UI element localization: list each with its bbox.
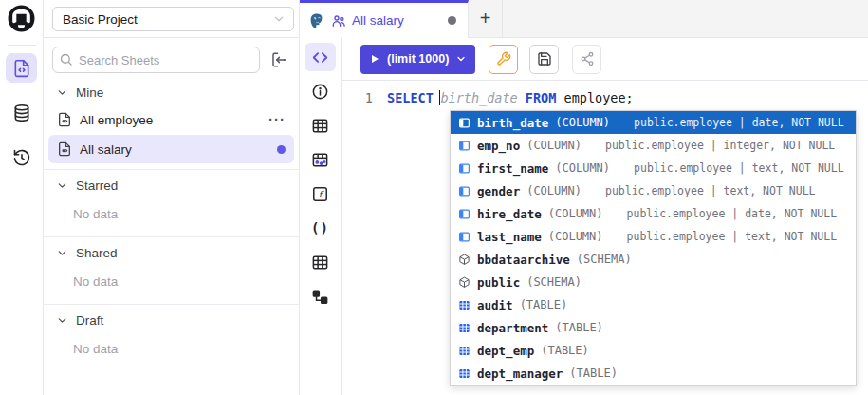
- autocomplete-dropdown: birth_date (COLUMN) public.employee | da…: [450, 110, 857, 386]
- format-sql-button[interactable]: [489, 45, 518, 74]
- autocomplete-item[interactable]: gender (COLUMN) public.employee | text, …: [451, 179, 856, 202]
- section-label: Draft: [76, 313, 103, 328]
- section-mine: Mine All employee ··· All salary: [44, 77, 299, 170]
- column-icon: [458, 162, 471, 175]
- tab-parentheses[interactable]: (): [305, 214, 336, 242]
- svg-text:f: f: [319, 189, 324, 199]
- rail-divider: [8, 45, 36, 46]
- chevron-down-icon: [56, 247, 68, 259]
- sheet-item-label: All salary: [80, 142, 269, 157]
- history-icon: [12, 148, 31, 167]
- project-name: Basic Project: [63, 12, 138, 27]
- bytebase-logo[interactable]: [8, 5, 35, 36]
- sheets-icon: [12, 59, 31, 78]
- unsaved-dot: [277, 145, 286, 154]
- save-button[interactable]: [529, 45, 559, 74]
- section-header-mine[interactable]: Mine: [44, 77, 299, 104]
- ghost-suggestion-text: birth_date: [439, 90, 517, 105]
- sheet-item-all-employee[interactable]: All employee ···: [48, 105, 294, 134]
- autocomplete-item[interactable]: first_name (COLUMN) public.employee | te…: [451, 157, 856, 179]
- editor-toolbar: (limit 1000): [342, 38, 868, 81]
- column-icon: [458, 140, 471, 152]
- section-label: Starred: [76, 179, 118, 193]
- search-icon: [59, 52, 73, 66]
- import-sheet-button[interactable]: [268, 48, 290, 71]
- tab-bar: All salary +: [300, 0, 868, 38]
- wrench-icon: [496, 51, 511, 66]
- autocomplete-item[interactable]: dept_emp (TABLE): [451, 339, 856, 362]
- save-icon: [537, 51, 552, 66]
- chevron-down-icon[interactable]: [455, 53, 467, 65]
- column-icon: [458, 231, 471, 243]
- autocomplete-item[interactable]: hire_date (COLUMN) public.employee | dat…: [451, 202, 856, 225]
- autocomplete-item[interactable]: emp_no (COLUMN) public.employee | intege…: [451, 134, 856, 157]
- schema-icon: [458, 254, 471, 266]
- project-selector-row: Basic Project: [44, 0, 299, 38]
- autocomplete-item[interactable]: audit (TABLE): [451, 293, 856, 316]
- more-menu-icon[interactable]: ···: [268, 115, 286, 124]
- autocomplete-item[interactable]: birth_date (COLUMN) public.employee | da…: [451, 111, 856, 134]
- chevron-down-icon: [272, 12, 286, 26]
- section-label: Shared: [76, 246, 118, 260]
- schema-diagram-icon: [311, 288, 329, 306]
- sql-editor-app: Basic Project Mine: [0, 0, 868, 395]
- search-input[interactable]: [52, 47, 260, 73]
- info-icon: [311, 83, 329, 101]
- function-icon: f: [311, 185, 329, 203]
- database-icon: [12, 103, 31, 122]
- search-box: [52, 47, 260, 73]
- tab-table-data[interactable]: [305, 145, 336, 174]
- table-icon: [458, 322, 471, 334]
- autocomplete-item[interactable]: dept_manager (TABLE): [451, 362, 856, 385]
- autocomplete-item[interactable]: public (SCHEMA): [451, 271, 856, 293]
- table-icon: [311, 117, 329, 135]
- column-icon: [458, 185, 471, 198]
- share-icon: [580, 51, 595, 66]
- section-header-shared[interactable]: Shared: [44, 237, 299, 265]
- sheet-item-label: All employee: [80, 113, 261, 127]
- section-header-draft[interactable]: Draft: [44, 305, 299, 332]
- tab-label: All salary: [352, 13, 442, 28]
- empty-state: No data: [44, 332, 299, 367]
- play-icon: [369, 53, 380, 65]
- table-icon: [458, 345, 471, 357]
- tab-code-view[interactable]: [305, 43, 336, 71]
- section-header-starred[interactable]: Starred: [44, 170, 299, 198]
- line-number: 1: [342, 88, 373, 107]
- schema-icon: [458, 276, 471, 289]
- table-icon: [458, 299, 471, 311]
- run-query-button[interactable]: (limit 1000): [360, 45, 475, 74]
- postgresql-icon: [308, 12, 325, 29]
- run-label: (limit 1000): [387, 52, 449, 66]
- autocomplete-item[interactable]: department (TABLE): [451, 316, 856, 339]
- share-button[interactable]: [572, 45, 601, 74]
- sheet-file-icon: [57, 112, 72, 127]
- autocomplete-item[interactable]: last_name (COLUMN) public.employee | tex…: [451, 225, 856, 248]
- app-rail: [0, 0, 44, 395]
- sheet-item-all-salary[interactable]: All salary: [48, 135, 294, 163]
- tab-all-salary[interactable]: All salary: [300, 0, 469, 38]
- tab-info[interactable]: [305, 77, 336, 105]
- tab-schema-diagram[interactable]: [305, 282, 336, 310]
- chevron-down-icon: [56, 86, 68, 99]
- tab-views[interactable]: [305, 248, 336, 276]
- sidebar-item-databases[interactable]: [6, 98, 37, 127]
- code-icon: [311, 48, 329, 66]
- column-icon: [458, 117, 471, 129]
- tab-functions[interactable]: f: [305, 179, 336, 208]
- sql-keyword: FROM: [526, 90, 557, 105]
- editor-rail: f (): [300, 38, 342, 395]
- sidebar-item-history[interactable]: [6, 142, 37, 172]
- section-starred: Starred No data: [44, 170, 299, 237]
- project-selector[interactable]: Basic Project: [52, 7, 294, 31]
- autocomplete-item[interactable]: bbdataarchive (SCHEMA): [451, 248, 856, 271]
- chevron-down-icon: [56, 179, 68, 192]
- tab-tables[interactable]: [305, 111, 336, 140]
- sheet-file-icon: [57, 141, 72, 157]
- section-draft: Draft No data: [44, 305, 299, 371]
- parentheses-icon: (): [311, 220, 329, 235]
- empty-state: No data: [44, 265, 299, 299]
- sidebar-item-sheets[interactable]: [6, 53, 37, 83]
- new-tab-button[interactable]: +: [469, 0, 503, 37]
- unsaved-dot: [448, 16, 456, 25]
